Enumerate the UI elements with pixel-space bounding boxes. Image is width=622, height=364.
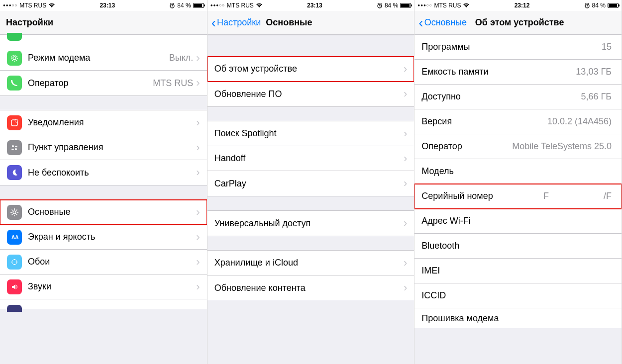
section-gap (207, 35, 415, 57)
battery-percent: 84 % (592, 2, 606, 9)
signal-dots-icon: ●●●○○ (3, 3, 17, 7)
sidebar-item-carrier[interactable]: Оператор MTS RUS › (0, 71, 207, 95)
row-label: Модель (421, 166, 454, 177)
row-serial[interactable]: Серийный номер F /F (415, 184, 622, 209)
row-available[interactable]: Доступно 5,66 ГБ (415, 85, 622, 109)
chevron-right-icon: › (404, 89, 407, 99)
svg-point-5 (12, 145, 14, 147)
phone-icon (7, 76, 22, 91)
section-gap (0, 185, 207, 200)
row-wifi-address[interactable]: Адрес Wi-Fi (415, 209, 622, 234)
row-capacity[interactable]: Емкость памяти 13,03 ГБ (415, 60, 622, 85)
row-label: Оператор (28, 78, 68, 89)
chevron-right-icon: › (196, 232, 200, 243)
row-label: Доступно (421, 91, 461, 102)
sidebar-item-dnd[interactable]: Не беспокоить › (0, 160, 207, 185)
chevron-right-icon: › (196, 142, 200, 153)
row-model[interactable]: Модель (415, 159, 622, 184)
row-software-update[interactable]: Обновление ПО › (207, 82, 415, 106)
row-label: Не беспокоить (28, 168, 89, 178)
speaker-icon (7, 279, 22, 294)
row-storage-icloud[interactable]: Хранилище и iCloud › (207, 251, 415, 275)
svg-point-7 (15, 148, 17, 150)
row-label: Версия (421, 116, 452, 127)
svg-point-9 (13, 211, 16, 214)
row-apps[interactable]: Программы 15 (415, 35, 622, 60)
nav-bar: ‹ Настройки Основные (207, 11, 415, 35)
row-label: ICCID (421, 290, 446, 301)
row-version[interactable]: Версия 10.0.2 (14A456) (415, 109, 622, 134)
chevron-right-icon: › (196, 281, 200, 292)
svg-point-2 (11, 55, 17, 61)
wifi-icon (256, 3, 263, 8)
alarm-icon (584, 2, 590, 8)
back-button[interactable]: ‹ Настройки (211, 16, 261, 30)
row-handoff[interactable]: Handoff › (207, 146, 415, 171)
notifications-icon (7, 115, 22, 130)
row-imei[interactable]: IMEI (415, 259, 622, 283)
sidebar-item-hotspot[interactable]: Режим модема Выкл. › (0, 46, 207, 71)
row-label: CarPlay (214, 179, 246, 189)
sidebar-item-control-center[interactable]: Пункт управления › (0, 135, 207, 160)
row-label: Пункт управления (28, 142, 103, 153)
row-modem-firmware[interactable]: Прошивка модема (415, 308, 622, 328)
row-spotlight[interactable]: Поиск Spotlight › (207, 121, 415, 146)
display-icon: AA (7, 230, 22, 245)
row-label: Универсальный доступ (214, 218, 311, 229)
row-label: Основные (28, 207, 70, 217)
row-bluetooth[interactable]: Bluetooth (415, 234, 622, 259)
row-label: Bluetooth (421, 241, 459, 251)
back-label: Настройки (217, 17, 261, 28)
row-label: Звуки (28, 281, 51, 292)
section-gap (207, 106, 415, 121)
row-label: Обновление контента (214, 283, 306, 293)
chevron-right-icon: › (196, 53, 200, 64)
list-item[interactable] (0, 35, 207, 46)
svg-text:AA: AA (11, 235, 18, 240)
page-title: Настройки (4, 17, 53, 28)
section-gap (0, 95, 207, 110)
status-time: 23:12 (515, 2, 530, 9)
row-carrier[interactable]: Оператор Mobile TeleSystems 25.0 (415, 134, 622, 159)
battery-icon (608, 3, 619, 8)
row-label: Обновление ПО (214, 89, 282, 99)
battery-icon (193, 3, 204, 8)
chevron-right-icon: › (404, 282, 407, 293)
chevron-right-icon: › (196, 78, 200, 89)
back-button[interactable]: ‹ Основные (418, 16, 467, 30)
row-value: Выкл. (169, 53, 194, 63)
row-carplay[interactable]: CarPlay › (207, 171, 415, 196)
svg-point-13 (16, 262, 17, 263)
row-label: Программы (421, 42, 470, 52)
sidebar-item-display[interactable]: AA Экран и яркость › (0, 225, 207, 250)
sidebar-item-wallpaper[interactable]: Обои › (0, 250, 207, 274)
alarm-icon (377, 2, 383, 8)
row-label: Режим модема (28, 53, 90, 63)
row-label: Прошивка модема (421, 313, 499, 324)
sidebar-item-general[interactable]: Основные › (0, 200, 207, 225)
alarm-icon (169, 2, 175, 8)
row-label: Уведомления (28, 117, 84, 128)
chevron-left-icon: ‹ (418, 16, 423, 30)
chevron-right-icon: › (196, 257, 200, 268)
general-screen: ●●●○○ MTS RUS 23:13 84 % ‹ Настройки Осн… (207, 0, 415, 364)
chevron-right-icon: › (404, 128, 407, 139)
chevron-right-icon: › (404, 64, 407, 75)
row-accessibility[interactable]: Универсальный доступ › (207, 211, 415, 236)
carrier-label: MTS RUS (19, 2, 46, 9)
row-label: Поиск Spotlight (214, 128, 277, 139)
list-item[interactable] (0, 299, 207, 309)
svg-rect-8 (11, 149, 14, 150)
svg-point-11 (12, 260, 17, 265)
sidebar-item-notifications[interactable]: Уведомления › (0, 110, 207, 135)
row-label: Серийный номер (421, 191, 493, 201)
battery-percent: 84 % (177, 2, 191, 9)
svg-point-15 (11, 262, 12, 263)
row-background-refresh[interactable]: Обновление контента › (207, 275, 415, 300)
battery-icon (400, 3, 411, 8)
sidebar-item-sounds[interactable]: Звуки › (0, 274, 207, 299)
row-label: Оператор (421, 141, 462, 152)
row-iccid[interactable]: ICCID (415, 283, 622, 308)
row-about[interactable]: Об этом устройстве › (207, 57, 415, 82)
status-time: 23:13 (307, 2, 322, 9)
